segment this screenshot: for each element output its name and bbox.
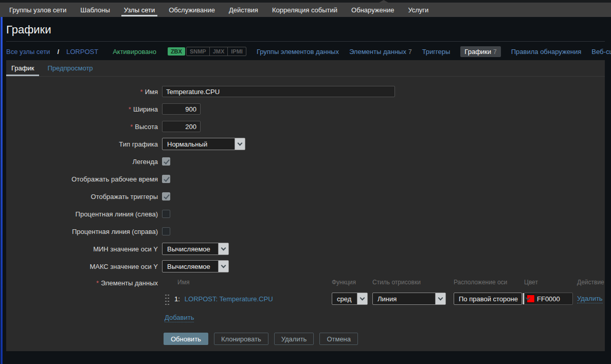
chevron-down-icon <box>218 243 228 254</box>
y-min-row: МИН значение оси Y Вычисляемое <box>6 240 605 258</box>
window-edge <box>0 17 3 364</box>
topnav-item-templates[interactable]: Шаблоны <box>80 3 110 17</box>
required-marker: * <box>129 105 131 113</box>
topnav-item-discovery[interactable]: Обнаружение <box>351 3 394 17</box>
legend-checkbox[interactable] <box>162 157 170 166</box>
show-triggers-checkbox[interactable] <box>162 192 170 201</box>
breadcrumb-all-hosts-link[interactable]: Все узлы сети <box>6 48 50 56</box>
link-items[interactable]: Элементы данных7 <box>349 48 412 56</box>
col-axis-side: Расположение оси <box>454 279 524 286</box>
inactive-badge-group: SNMP JMX IPMI <box>186 47 246 56</box>
y-min-label: МИН значение оси Y <box>6 245 158 253</box>
color-hex-input[interactable] <box>537 295 568 303</box>
link-web-scenarios[interactable]: Веб-сценарии <box>591 48 611 56</box>
tab-preview[interactable]: Предпросмотр <box>47 60 93 76</box>
col-action: Действие <box>577 279 605 286</box>
height-row: *Высота <box>6 118 605 135</box>
graph-items-table: Имя Функция Стиль отрисовки Расположение… <box>162 277 605 323</box>
topnav-item-event-correlation[interactable]: Корреляция событий <box>272 3 337 17</box>
graph-type-label: Тип графика <box>6 140 158 148</box>
items-count: 7 <box>408 48 412 56</box>
height-label: Высота <box>135 123 158 131</box>
required-marker: * <box>96 279 99 287</box>
percentile-right-label: Процентная линия (справа) <box>6 228 158 235</box>
page-title: Графики <box>6 23 605 37</box>
topnav-item-services[interactable]: Услуги <box>408 3 428 17</box>
remove-item-link[interactable]: Удалить <box>577 295 603 303</box>
top-navigation: Группы узлов сети Шаблоны Узлы сети Обсл… <box>0 0 611 17</box>
working-time-row: Отображать рабочее время <box>6 170 605 188</box>
link-triggers[interactable]: Триггеры <box>422 48 451 56</box>
y-max-row: МАКС значение оси Y Вычисляемое <box>6 258 605 275</box>
chevron-down-icon <box>357 293 367 304</box>
axis-side-select[interactable]: По правой стороне <box>454 293 522 305</box>
table-row: 1: LORPOST: Temperature.CPU сред Линия <box>162 290 605 307</box>
legend-row: Легенда <box>6 153 605 170</box>
add-item-link[interactable]: Добавить <box>165 314 194 322</box>
col-function: Функция <box>332 279 372 286</box>
page-header: Графики Все узлы сети / LORPOST Активиро… <box>0 23 611 57</box>
availability-badges: ZBX SNMP JMX IPMI <box>168 47 246 56</box>
graph-items-row: *Элементы данных Имя Функция Стиль отрис… <box>6 277 605 323</box>
link-applications[interactable]: Группы элементов данных <box>257 48 339 56</box>
col-color: Цвет <box>524 279 577 286</box>
drag-handle-icon[interactable] <box>165 293 169 305</box>
topnav-item-maintenance[interactable]: Обслуживание <box>169 3 215 17</box>
link-discovery-rules[interactable]: Правила обнаружения <box>511 48 582 56</box>
update-button[interactable]: Обновить <box>164 333 208 345</box>
topnav-item-actions[interactable]: Действия <box>229 3 258 17</box>
col-name: Имя <box>162 279 332 286</box>
chevron-down-icon <box>218 261 228 272</box>
zbx-badge: ZBX <box>168 47 185 56</box>
name-input[interactable] <box>162 86 395 97</box>
working-time-label: Отображать рабочее время <box>6 175 158 183</box>
ipmi-badge: IPMI <box>228 47 246 56</box>
delete-button[interactable]: Удалить <box>274 333 314 345</box>
legend-label: Легенда <box>6 158 158 166</box>
snmp-badge: SNMP <box>187 47 210 56</box>
graph-items-label: Элементы данных <box>101 279 158 287</box>
graph-form-card: График Предпросмотр *Имя *Ширина *Высота… <box>6 60 605 351</box>
breadcrumb-host-link[interactable]: LORPOST <box>66 48 98 56</box>
required-marker: * <box>140 88 143 96</box>
show-triggers-label: Отображать триггеры <box>6 193 158 201</box>
tab-graph[interactable]: График <box>11 60 34 76</box>
percentile-left-label: Процентная линия (слева) <box>6 210 158 218</box>
form-footer: Обновить Клонировать Удалить Отмена <box>164 333 605 345</box>
col-draw-style: Стиль отрисовки <box>372 279 454 286</box>
host-status-link[interactable]: Активировано <box>113 48 156 56</box>
row-number: 1: <box>174 295 180 303</box>
topnav-item-host-groups[interactable]: Группы узлов сети <box>9 3 66 17</box>
tab-bar: График Предпросмотр <box>6 60 605 77</box>
y-max-select[interactable]: Вычисляемое <box>162 260 229 272</box>
graph-type-row: Тип графика Нормальный <box>6 135 605 153</box>
name-label: Имя <box>145 88 158 96</box>
y-max-label: МАКС значение оси Y <box>6 263 158 270</box>
graph-type-select[interactable]: Нормальный <box>162 138 245 150</box>
show-triggers-row: Отображать триггеры <box>6 188 605 205</box>
height-input[interactable] <box>162 121 201 132</box>
y-min-select[interactable]: Вычисляемое <box>162 243 229 255</box>
link-graphs-active[interactable]: Графики7 <box>460 46 500 57</box>
name-row: *Имя <box>6 83 605 100</box>
chevron-down-icon <box>235 138 245 150</box>
topnav-item-hosts[interactable]: Узлы сети <box>124 3 155 17</box>
breadcrumb-separator: / <box>57 48 59 56</box>
clone-button[interactable]: Клонировать <box>214 333 268 345</box>
width-input[interactable] <box>162 103 201 115</box>
cancel-button[interactable]: Отмена <box>319 333 358 345</box>
draw-style-select[interactable]: Линия <box>372 293 446 305</box>
percentile-right-row: Процентная линия (справа) <box>6 223 605 240</box>
jmx-badge: JMX <box>210 47 228 56</box>
width-row: *Ширина <box>6 100 605 118</box>
percentile-left-row: Процентная линия (слева) <box>6 205 605 223</box>
working-time-checkbox[interactable] <box>162 175 170 183</box>
item-name-link[interactable]: LORPOST: Temperature.CPU <box>185 295 273 303</box>
percentile-right-checkbox[interactable] <box>162 227 170 235</box>
required-marker: * <box>130 123 133 131</box>
percentile-left-checkbox[interactable] <box>162 210 170 218</box>
function-select[interactable]: сред <box>332 293 368 305</box>
breadcrumb: Все узлы сети / LORPOST Активировано ZBX… <box>6 46 605 57</box>
title-divider <box>6 41 605 42</box>
color-field <box>524 293 573 305</box>
